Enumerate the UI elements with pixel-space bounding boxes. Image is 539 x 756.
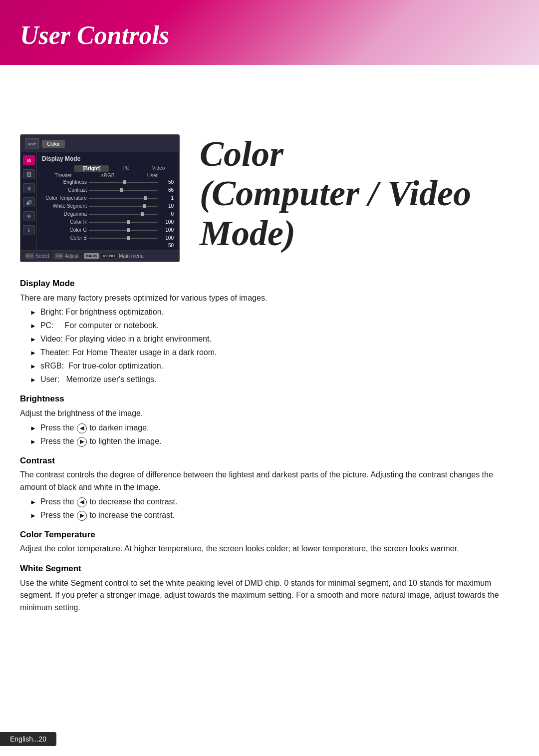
monitor-col-theater: Theater [42,173,84,178]
bullet-theater-text: Theater: For Home Theater usage in a dar… [40,347,217,359]
page-number-label: English...20 [10,735,46,743]
slider-contrast-thumb [120,188,123,192]
bullet-arrow: ► [30,308,36,318]
monitor-icon-eye: 👁 [23,211,35,221]
brightness-darken-suffix: to darken image. [89,423,149,432]
monitor-col-pc: PC [111,165,141,172]
list-item-increase-contrast: ► Press the ▶ to increase the contrast. [30,509,519,521]
contrast-increase-text: Press the ▶ to increase the contrast. [40,509,175,521]
slider-contrast: Contrast 66 [40,187,176,193]
bullet-arrow: ► [30,348,36,358]
brightness-intro: Adjust the brightness of the image. [20,407,519,420]
brightness-darken-text: Press the ◀ to darken image. [40,422,149,434]
bullet-arrow: ► [30,511,36,521]
press-the-2: Press the [40,437,74,445]
monitor-tab-color: Color [42,140,65,148]
monitor-logo-box: acer [25,138,39,149]
slider-white-segment-track [89,206,158,207]
monitor-back-menu-btn: BACK MENU Main menu [84,253,144,259]
bullet-arrow: ► [30,335,36,345]
monitor-adjust-icon: ⊙⊙ [54,253,63,259]
bullet-arrow: ► [30,375,36,385]
list-item-video: ► Video: For playing video in a bright e… [30,333,519,345]
monitor-icon-col: 🖥 🖼 ⚙ 🔊 👁 ℹ [21,152,37,250]
slider-color-b-value: 100 [160,235,174,241]
top-section: acer Color 🖥 🖼 ⚙ 🔊 👁 ℹ Display Mode [20,134,519,262]
slider-color-b-thumb [127,236,130,240]
slider-degamma: Degamma 0 [40,211,176,217]
bullet-arrow: ► [30,437,36,447]
slider-white-segment-thumb [143,204,146,208]
slider-color-r-value: 100 [160,219,174,225]
text-content: Display Mode There are many factory pres… [20,277,519,614]
monitor-icon-audio: 🔊 [23,197,35,207]
slider-brightness-label: Brightness [42,179,87,185]
slider-color-g: Color G 100 [40,227,176,233]
page-title: User Controls [20,21,519,49]
brightness-heading: Brightness [20,392,519,405]
brightness-list: ► Press the ◀ to darken image. ► Press t… [30,422,519,447]
slider-contrast-track [89,190,158,191]
list-item-decrease-contrast: ► Press the ◀ to decrease the contrast. [30,496,519,508]
bullet-srgb-text: sRGB: For true-color optimization. [40,360,163,372]
slider-color-g-value: 100 [160,227,174,233]
monitor-icon-info: ℹ [23,225,35,235]
contrast-heading: Contrast [20,454,519,467]
right-arrow-btn-2: ▶ [77,511,87,521]
contrast-decrease-text: Press the ◀ to decrease the contrast. [40,496,178,508]
content-area: acer Color 🖥 🖼 ⚙ 🔊 👁 ℹ Display Mode [0,119,539,636]
header-logo-area: acer [20,9,519,20]
display-mode-intro: There are many factory presets optimized… [20,292,519,305]
bullet-pc-text: PC: For computer or notebook. [40,320,159,332]
slider-color-temp-thumb [144,196,147,200]
slider-color-b-track [89,238,158,239]
slider-color-r-track [89,222,158,223]
monitor-icon-gear: ⚙ [23,183,35,193]
slider-degamma-value: 0 [160,211,174,217]
monitor-logo: acer [28,141,36,146]
color-title-line2: (Computer / Video [200,174,519,213]
slider-color-temp: Color Temperature 1 [40,195,176,201]
slider-brightness-thumb [123,180,126,184]
header: acer User Controls [0,0,539,54]
bullet-arrow: ► [30,362,36,372]
slider-degamma-thumb [141,212,144,216]
brightness-lighten-text: Press the ▶ to lighten the image. [40,435,162,447]
monitor-col-user: User [131,173,174,178]
press-the-1: Press the [40,423,74,432]
list-item-darken: ► Press the ◀ to darken image. [30,422,519,434]
monitor-col-srgb: sRGB [86,173,129,178]
slider-brightness-track [89,182,158,183]
monitor-content: Display Mode [Bright] PC Video Theater s… [37,152,179,250]
display-mode-list: ► Bright: For brightness optimization. ►… [30,306,519,385]
left-arrow-btn-2: ◀ [77,497,87,507]
list-item-theater: ► Theater: For Home Theater usage in a d… [30,347,519,359]
list-item-bright: ► Bright: For brightness optimization. [30,306,519,318]
slider-degamma-track [89,214,158,215]
list-item-lighten: ► Press the ▶ to lighten the image. [30,435,519,447]
slider-white-segment-label: White Segment [42,203,87,209]
white-segment-intro: Use the white Segment control to set the… [20,577,519,614]
monitor-select-btn: ⊙⊙ Select [25,253,49,259]
acer-logo: acer [20,9,39,20]
slider-white-segment: White Segment 10 [40,203,176,209]
monitor-menu-label: MENU [101,253,118,259]
slider-color-r-label: Color R [42,219,87,225]
slider-color-b: Color B 100 [40,235,176,241]
monitor-sub-row: Theater sRGB User [40,173,176,178]
monitor-adjust-btn: ⊙⊙ Adjust [54,253,79,259]
left-arrow-btn-1: ◀ [77,423,87,433]
monitor-select-label: Select [35,253,49,259]
color-title-line1: Color [200,134,519,174]
slider-color-temp-label: Color Temperature [42,195,87,201]
monitor-back-label: BACK [84,253,99,259]
slider-color-r-thumb [127,220,130,224]
slider-contrast-label: Contrast [42,187,87,193]
monitor-col-bright: [Bright] [74,165,109,172]
monitor-select-icon: ⊙⊙ [25,253,34,259]
monitor-adjust-label: Adjust [65,253,79,259]
contrast-intro: The contrast controls the degree of diff… [20,469,519,494]
monitor-col-headers: [Bright] PC Video [40,165,176,172]
monitor-mockup: acer Color 🖥 🖼 ⚙ 🔊 👁 ℹ Display Mode [20,134,180,262]
contrast-decrease-suffix: to decrease the contrast. [89,497,177,506]
